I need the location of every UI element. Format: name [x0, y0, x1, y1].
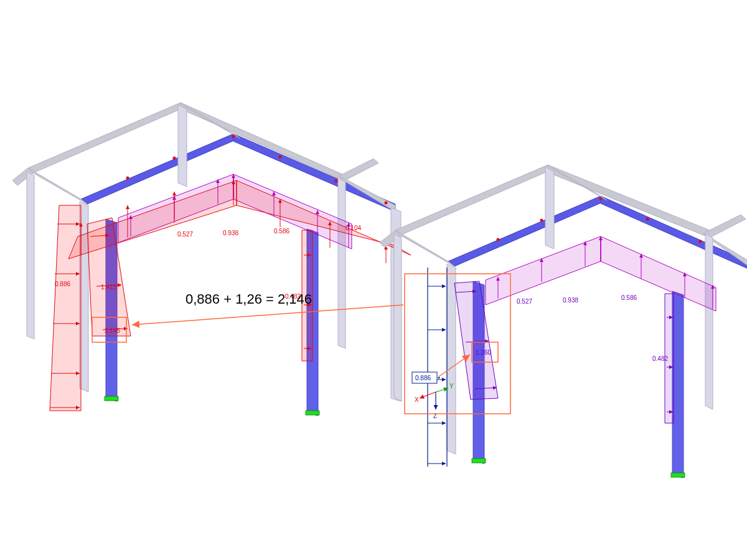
svg-point-75	[540, 219, 543, 222]
highlight-arrow-main	[132, 305, 403, 325]
svg-marker-80	[486, 236, 601, 305]
svg-point-20	[232, 135, 235, 138]
left-col-load-left	[50, 205, 81, 411]
svg-rect-16	[105, 396, 118, 401]
svg-point-74	[497, 238, 500, 241]
svg-marker-59	[703, 215, 746, 238]
label-0938-left: 0.938	[223, 230, 238, 236]
svg-point-18	[126, 177, 129, 180]
svg-rect-73	[671, 473, 685, 477]
label-0482-right: 0.482	[652, 355, 668, 362]
svg-marker-9	[27, 172, 34, 339]
equation-text: 0,886 + 1,26 = 2,146	[186, 291, 312, 307]
label-0527-right: 0.527	[517, 298, 532, 305]
label-1260: 1.260	[476, 349, 491, 356]
svg-marker-65	[394, 234, 402, 401]
structural-comparison-diagram: 0.886 1.413 2.145 0.527 0.938 0.586 0.10…	[0, 0, 747, 560]
svg-marker-0	[28, 103, 186, 173]
svg-rect-17	[306, 411, 319, 415]
svg-marker-10	[338, 178, 345, 348]
svg-rect-72	[472, 459, 486, 463]
axis-label-x: X	[415, 396, 419, 403]
label-1413: 1.413	[101, 284, 116, 291]
svg-marker-66	[705, 234, 713, 409]
label-0104: 0.104	[345, 225, 361, 231]
label-0527-left: 0.527	[177, 231, 193, 238]
left-frame: 0.886 1.413 2.145 0.527 0.938 0.586 0.10…	[12, 103, 411, 416]
svg-marker-7	[28, 168, 87, 204]
label-0586-right: 0.586	[621, 294, 637, 301]
svg-marker-8	[339, 176, 395, 212]
svg-point-77	[646, 218, 649, 221]
svg-marker-62	[548, 165, 607, 200]
svg-marker-1	[181, 103, 342, 180]
svg-line-106	[436, 388, 448, 392]
svg-marker-11	[178, 105, 187, 187]
svg-point-104	[438, 377, 440, 379]
svg-point-22	[335, 180, 338, 183]
svg-marker-70	[672, 291, 684, 478]
svg-marker-6	[181, 103, 240, 138]
svg-marker-67	[545, 167, 554, 249]
svg-marker-81	[601, 236, 716, 311]
svg-point-19	[173, 157, 176, 160]
right-col-load-0886	[428, 268, 447, 467]
label-0938-right: 0.938	[563, 297, 578, 304]
svg-point-78	[699, 240, 702, 243]
svg-marker-68	[447, 264, 456, 454]
label-0886-left: 0.886	[55, 281, 70, 287]
svg-point-23	[385, 202, 388, 205]
label-2145: 2.145	[105, 327, 120, 334]
svg-marker-63	[395, 230, 454, 266]
label-0586-left: 0.586	[274, 228, 289, 235]
label-0886-right: 0.886	[415, 375, 431, 381]
right-frame: 0.527 0.938 0.586 0.482 0.886 1.260 X Y …	[380, 165, 747, 478]
axis-label-y: Y	[449, 383, 454, 390]
svg-marker-57	[548, 165, 710, 238]
svg-marker-56	[395, 165, 553, 235]
svg-marker-42	[50, 205, 81, 411]
svg-point-21	[279, 156, 282, 159]
svg-point-76	[599, 197, 603, 200]
